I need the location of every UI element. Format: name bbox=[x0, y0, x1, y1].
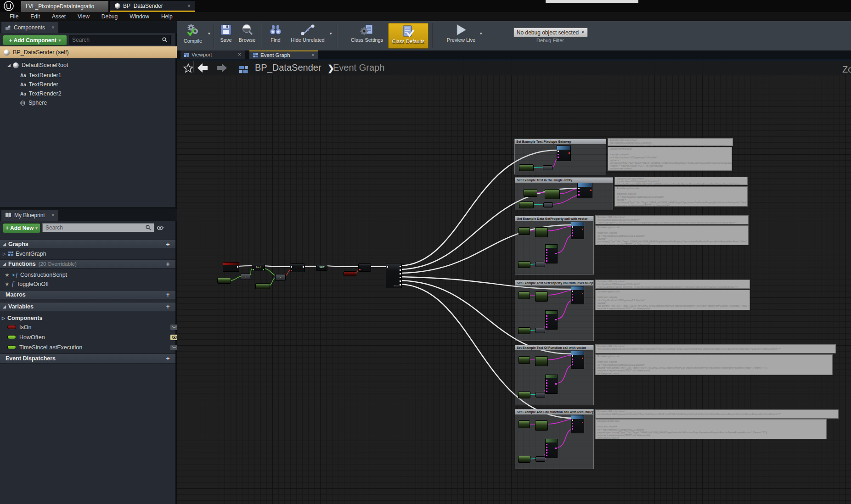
component-row-textrender[interactable]: Aa TextRender bbox=[0, 80, 196, 89]
component-row-textrender2[interactable]: Aa TextRender2 bbox=[0, 89, 196, 98]
data-pin[interactable] bbox=[578, 194, 580, 196]
component-row-defaultsceneroot[interactable]: ◢ DefaultSceneRoot bbox=[0, 61, 183, 70]
note-python-code-row2[interactable]: Equivalent python code: import json, req… bbox=[614, 186, 748, 207]
exec-pin[interactable] bbox=[400, 280, 401, 282]
window-tab-blueprint[interactable]: BP_DataSender × bbox=[110, 1, 195, 12]
data-pin[interactable] bbox=[572, 297, 573, 298]
window-tab-level[interactable]: LVL_PixotopeDataIntegratio bbox=[21, 1, 108, 12]
data-pin[interactable] bbox=[546, 391, 547, 392]
data-pin[interactable] bbox=[253, 269, 254, 270]
comment-box-row1[interactable]: Set Example Text Pixotope Gateway bbox=[514, 139, 606, 174]
data-pin[interactable] bbox=[572, 294, 573, 295]
node-get-variable[interactable] bbox=[518, 356, 530, 364]
data-pin[interactable] bbox=[555, 383, 557, 385]
components-tab[interactable]: Components × bbox=[1, 22, 58, 33]
exec-pin[interactable] bbox=[291, 266, 292, 268]
section-variables[interactable]: ◢ Variables ＋ bbox=[0, 302, 175, 311]
breadcrumb-root[interactable]: BP_DataSender bbox=[255, 62, 321, 73]
data-pin[interactable] bbox=[558, 157, 559, 158]
node-make-struct[interactable] bbox=[545, 310, 558, 330]
data-pin[interactable] bbox=[546, 318, 547, 319]
note-ue4-code-row6[interactable]: Equivalent UE4 code in level http://loca… bbox=[595, 409, 839, 419]
section-functions[interactable]: ◢ Functions (20 Overridable) ＋ bbox=[0, 259, 175, 269]
data-pin[interactable] bbox=[572, 230, 573, 231]
data-pin[interactable] bbox=[546, 455, 547, 456]
back-arrow-icon[interactable] bbox=[197, 63, 208, 73]
data-pin[interactable] bbox=[582, 293, 583, 294]
data-pin[interactable] bbox=[558, 154, 559, 155]
expander-icon[interactable]: ◢ bbox=[3, 304, 8, 309]
node-convert[interactable] bbox=[543, 202, 553, 207]
node-make-struct[interactable] bbox=[545, 244, 558, 263]
node-get-variable[interactable] bbox=[518, 291, 530, 299]
data-pin[interactable] bbox=[555, 319, 557, 320]
component-row-self[interactable]: BP_DataSender (self) bbox=[0, 46, 179, 58]
exec-pin[interactable] bbox=[237, 266, 238, 268]
node-get-variable[interactable] bbox=[518, 227, 530, 235]
data-pin[interactable] bbox=[546, 388, 547, 389]
data-pin[interactable] bbox=[572, 299, 573, 301]
exec-pin[interactable] bbox=[400, 273, 401, 274]
node-event-tick[interactable] bbox=[223, 262, 239, 272]
node-remote-call[interactable] bbox=[571, 286, 584, 304]
class-settings-button[interactable]: Class Settings bbox=[348, 23, 386, 43]
node-get-variable[interactable] bbox=[518, 456, 530, 463]
comment-box-row6[interactable]: Set Example Asc Call function call with … bbox=[515, 409, 594, 469]
node-get-variable[interactable] bbox=[518, 392, 530, 398]
condition-pin[interactable] bbox=[291, 270, 292, 271]
add-macro-icon[interactable]: ＋ bbox=[165, 291, 171, 299]
data-pin[interactable] bbox=[546, 380, 547, 381]
exec-pin[interactable] bbox=[578, 188, 580, 189]
component-row-sphere[interactable]: Sphere bbox=[0, 98, 196, 107]
data-pin[interactable] bbox=[546, 255, 547, 256]
row-eventgraph[interactable]: ▷ EventGraph bbox=[0, 249, 178, 258]
node-convert[interactable] bbox=[543, 165, 552, 170]
add-variable-icon[interactable]: ＋ bbox=[165, 302, 171, 311]
add-graph-icon[interactable]: ＋ bbox=[165, 240, 171, 248]
node-get-variable[interactable] bbox=[535, 227, 548, 237]
data-pin[interactable] bbox=[555, 253, 557, 254]
data-pin[interactable] bbox=[546, 447, 547, 448]
expander-icon[interactable]: ◢ bbox=[3, 242, 8, 246]
exec-pin[interactable] bbox=[572, 291, 573, 292]
data-pin[interactable] bbox=[572, 232, 573, 234]
note-ue4-code-row5[interactable]: Equivalent UE4 code in level http://loca… bbox=[595, 344, 836, 353]
close-tab-icon[interactable]: × bbox=[181, 3, 191, 9]
data-pin[interactable] bbox=[572, 358, 573, 360]
row-toggleonoff[interactable]: ★ f ToggleOnOff bbox=[0, 280, 175, 288]
hide-unrelated-chevron-icon[interactable]: ▾ bbox=[330, 31, 332, 36]
data-pin[interactable] bbox=[546, 385, 547, 386]
components-tab-close-icon[interactable]: × bbox=[45, 24, 55, 31]
expander-icon[interactable]: ◢ bbox=[3, 262, 8, 266]
node-set-3[interactable] bbox=[358, 263, 371, 272]
myblueprint-tab-close-icon[interactable]: × bbox=[45, 212, 55, 218]
forward-arrow-icon[interactable] bbox=[216, 63, 227, 73]
exec-pin[interactable] bbox=[558, 151, 559, 152]
data-pin[interactable] bbox=[546, 258, 547, 259]
hide-unrelated-button[interactable]: Hide Unrelated bbox=[287, 23, 328, 43]
add-function-icon[interactable]: ＋ bbox=[165, 260, 171, 268]
data-pin[interactable] bbox=[590, 190, 592, 191]
exec-pin[interactable] bbox=[572, 355, 573, 357]
component-row-textrender1[interactable]: Aa TextRender1 bbox=[0, 71, 196, 80]
data-pin[interactable] bbox=[569, 152, 570, 154]
exec-pin[interactable] bbox=[400, 277, 401, 278]
data-pin[interactable] bbox=[546, 321, 547, 322]
section-macros[interactable]: Macros ＋ bbox=[0, 290, 175, 299]
note-python-code-row1[interactable]: Equivalent python code: import json, req… bbox=[608, 147, 732, 171]
data-pin[interactable] bbox=[555, 448, 557, 449]
node-remote-call[interactable] bbox=[571, 415, 584, 433]
node-remote-call[interactable] bbox=[557, 146, 571, 161]
note-ue4-code-row1[interactable]: Equivalent UE4 code in level http://loca… bbox=[608, 138, 733, 146]
data-pin[interactable] bbox=[546, 444, 547, 445]
expander-icon[interactable]: ▷ bbox=[3, 252, 8, 256]
node-get-variable[interactable] bbox=[519, 202, 534, 208]
favorite-star-icon[interactable] bbox=[183, 63, 193, 73]
save-button[interactable]: Save bbox=[217, 23, 235, 43]
node-greater[interactable]: > bbox=[275, 274, 286, 281]
row-variable-howoften[interactable]: HowOften bbox=[0, 333, 183, 342]
exec-pin[interactable] bbox=[400, 269, 401, 271]
data-pin[interactable] bbox=[546, 252, 547, 253]
node-get-variable[interactable] bbox=[255, 283, 270, 289]
data-pin[interactable] bbox=[572, 235, 573, 236]
